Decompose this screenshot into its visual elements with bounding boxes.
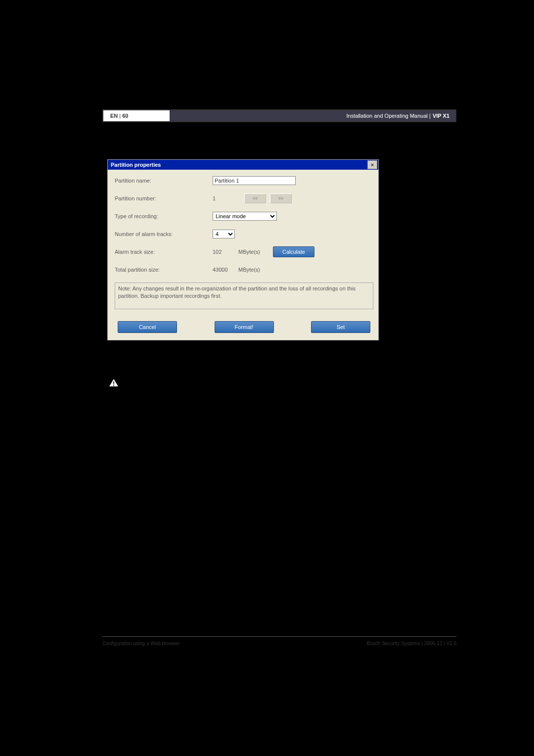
alarm-tracks-label: Number of alarm tracks: [115,231,213,237]
dialog-title: Partition properties [111,162,161,168]
caution-text: Changes to the partition lead to a reorg… [125,388,452,419]
footer-right: Bosch Security Systems | 2006-12 | V2.5 [367,641,456,646]
close-icon[interactable]: × [367,160,377,169]
note-box: Note: Any changes result in the re-organ… [115,283,373,309]
alarm-track-size-unit: MByte(s) [238,249,260,255]
recording-type-label: Type of recording: [115,213,213,219]
list-item: –Enter the necessary changes. [107,482,452,492]
total-size-value: 43000 [213,267,238,273]
instruction-intro: You can perform the required modificatio… [107,431,452,441]
partition-number-value: 1 [213,195,216,201]
caution-heading: Caution [125,377,452,387]
alarm-tracks-select[interactable]: 4 [213,230,235,238]
recording-type-select[interactable]: Linear mode [213,212,277,221]
partition-number-label: Partition number: [115,195,213,201]
page-header: EN | 60 Installation and Operating Manua… [103,110,455,121]
partition-properties-dialog: Partition properties × Partition name: P… [107,159,379,340]
list-item: –In the list, click the partition to hig… [107,448,452,458]
total-size-unit: MByte(s) [238,267,260,273]
list-item: –Click the Set button to save the modifi… [107,499,452,509]
intro-paragraph: You can modify the configuration of the … [107,353,452,363]
page-number-cell: EN | 60 [103,110,170,121]
next-button[interactable]: >> [270,193,292,203]
alarm-track-size-value: 102 [213,249,238,255]
product-name: VIP X1 [433,113,449,119]
format-button[interactable]: Format! [215,321,274,333]
calculate-button[interactable]: Calculate [273,246,314,257]
page-number: 60 [122,113,128,119]
list-item: –After closing the window, click the Set… [107,517,452,537]
lang-code: EN [110,113,118,119]
manual-title: Installation and Operating Manual | [347,113,431,119]
list-item: –Click the Edit partition button. A new … [107,466,452,475]
alarm-track-size-label: Alarm track size: [115,249,213,255]
page-footer: Configuration using a Web browser Bosch … [102,636,456,646]
prev-button[interactable]: << [244,193,266,203]
partition-name-label: Partition name: [115,178,213,184]
cancel-button[interactable]: Cancel [118,321,177,333]
footer-left: Configuration using a Web browser [102,641,179,646]
header-title-cell: Installation and Operating Manual | VIP … [170,110,455,121]
set-button[interactable]: Set [311,321,370,333]
total-size-label: Total partition size: [115,267,213,273]
caution-icon: ! [107,377,120,388]
partition-name-input[interactable] [213,176,296,185]
section-heading: Editing a partition [102,124,456,159]
